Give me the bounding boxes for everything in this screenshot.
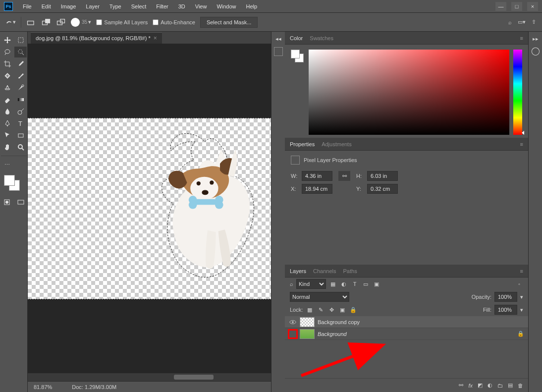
adjustments-tab[interactable]: Adjustments: [322, 141, 352, 147]
doc-size[interactable]: Doc: 1.29M/3.00M: [72, 384, 116, 390]
layer-row[interactable]: Background copy: [285, 316, 528, 328]
filter-type-icon[interactable]: T: [351, 280, 359, 288]
search-icon[interactable]: ⌕: [508, 19, 512, 25]
eyedropper-tool[interactable]: [14, 58, 27, 69]
visibility-toggle-icon[interactable]: [289, 318, 297, 326]
menu-help[interactable]: Help: [242, 1, 262, 11]
layers-panel-menu-icon[interactable]: ≡: [520, 268, 523, 274]
canvas-viewport[interactable]: [28, 44, 271, 373]
menu-file[interactable]: File: [19, 1, 36, 11]
swatches-tab[interactable]: Swatches: [310, 35, 333, 41]
menu-window[interactable]: Window: [213, 1, 240, 11]
close-tab-icon[interactable]: ×: [154, 35, 157, 42]
clone-stamp-tool[interactable]: [1, 82, 13, 93]
x-input[interactable]: [302, 184, 332, 194]
menu-edit[interactable]: Edit: [38, 1, 55, 11]
healing-brush-tool[interactable]: [1, 70, 13, 81]
link-dimensions-icon[interactable]: ⚯: [338, 171, 350, 181]
artboard-tool[interactable]: [14, 35, 27, 46]
layer-row[interactable]: Background 🔒: [285, 328, 528, 340]
foreground-color-swatch[interactable]: [4, 175, 15, 186]
filter-smart-icon[interactable]: ▣: [373, 280, 380, 288]
link-layers-icon[interactable]: ⚯: [459, 382, 463, 389]
move-tool[interactable]: [1, 35, 13, 46]
history-panel-icon[interactable]: [274, 47, 283, 56]
collapse-panels-icon[interactable]: ◂◂: [275, 36, 281, 42]
layer-name[interactable]: Background: [318, 331, 347, 337]
collapse-dock-icon[interactable]: ▸▸: [533, 36, 539, 42]
layer-thumbnail[interactable]: [300, 329, 315, 339]
panel-color-swatches[interactable]: [291, 50, 305, 133]
horizontal-scrollbar[interactable]: [28, 373, 271, 381]
menu-type[interactable]: Type: [106, 1, 125, 11]
filter-shape-icon[interactable]: ▭: [362, 280, 370, 288]
layer-style-icon[interactable]: fx: [468, 383, 473, 389]
width-input[interactable]: [302, 171, 332, 181]
paths-tab[interactable]: Paths: [343, 268, 357, 274]
canvas[interactable]: [28, 118, 271, 299]
document-tab[interactable]: dog.jpg @ 81.9% (Background copy, RGB/8#…: [31, 32, 162, 44]
y-input[interactable]: [367, 184, 398, 194]
select-and-mask-button[interactable]: Select and Mask...: [200, 17, 258, 28]
menu-layer[interactable]: Layer: [82, 1, 104, 11]
layer-thumbnail[interactable]: [300, 317, 315, 327]
lock-position-icon[interactable]: ✥: [327, 306, 335, 314]
hand-tool[interactable]: [1, 142, 13, 153]
zoom-tool[interactable]: [14, 142, 27, 153]
lasso-tool[interactable]: [1, 47, 13, 57]
edit-toolbar-icon[interactable]: ⋯: [1, 159, 13, 170]
color-field[interactable]: [309, 50, 509, 135]
close-button[interactable]: ×: [527, 2, 538, 11]
sample-all-layers-checkbox[interactable]: Sample All Layers: [96, 19, 148, 25]
history-brush-tool[interactable]: [14, 82, 27, 93]
group-layers-icon[interactable]: 🗀: [497, 383, 503, 389]
crop-tool[interactable]: [1, 58, 13, 69]
subtract-selection-icon[interactable]: [56, 17, 66, 27]
blur-tool[interactable]: [1, 106, 13, 117]
eraser-tool[interactable]: [1, 94, 13, 105]
path-selection-tool[interactable]: [1, 130, 13, 141]
properties-tab[interactable]: Properties: [290, 141, 315, 147]
maximize-button[interactable]: □: [511, 2, 522, 11]
minimize-button[interactable]: —: [495, 2, 506, 11]
adjustment-layer-icon[interactable]: ◐: [488, 382, 492, 389]
delete-layer-icon[interactable]: 🗑: [518, 383, 523, 389]
brush-size-picker[interactable]: 35▾: [71, 18, 91, 27]
lock-transparent-icon[interactable]: ▩: [306, 306, 314, 314]
libraries-icon[interactable]: ◯: [531, 46, 540, 56]
filter-adjust-icon[interactable]: ◐: [340, 280, 348, 288]
color-panel-menu-icon[interactable]: ≡: [520, 35, 523, 41]
type-tool[interactable]: T: [14, 118, 27, 129]
filter-toggle-icon[interactable]: ◦: [515, 280, 523, 288]
auto-enhance-checkbox[interactable]: Auto-Enhance: [153, 19, 195, 25]
new-layer-icon[interactable]: ▤: [508, 382, 513, 389]
layer-filter-kind[interactable]: Kind: [296, 279, 326, 289]
visibility-toggle-icon[interactable]: [289, 330, 297, 338]
tool-preset-picker[interactable]: ▾: [6, 17, 16, 27]
pen-tool[interactable]: [1, 118, 13, 129]
menu-view[interactable]: View: [191, 1, 211, 11]
color-swatches[interactable]: [1, 173, 27, 193]
color-tab[interactable]: Color: [290, 35, 303, 41]
properties-panel-menu-icon[interactable]: ≡: [520, 141, 523, 147]
lock-all-icon[interactable]: 🔒: [349, 306, 357, 314]
height-input[interactable]: [367, 171, 398, 181]
gradient-tool[interactable]: [14, 94, 27, 105]
layers-tab[interactable]: Layers: [290, 268, 306, 274]
zoom-level[interactable]: 81.87%: [34, 384, 52, 390]
workspace-switcher-icon[interactable]: ▭▾: [518, 19, 526, 25]
blend-mode-select[interactable]: Normal: [290, 292, 349, 302]
quick-mask-icon[interactable]: [1, 197, 13, 208]
lock-artboard-icon[interactable]: ▣: [338, 306, 346, 314]
dodge-tool[interactable]: [14, 106, 27, 117]
share-icon[interactable]: ⇧: [532, 19, 536, 25]
lock-image-icon[interactable]: ✎: [317, 306, 325, 314]
new-selection-icon[interactable]: [26, 17, 36, 27]
filter-pixel-icon[interactable]: ▦: [329, 280, 337, 288]
menu-filter[interactable]: Filter: [152, 1, 172, 11]
opacity-input[interactable]: [494, 292, 517, 302]
brush-tool[interactable]: [14, 70, 27, 81]
layer-name[interactable]: Background copy: [318, 319, 360, 325]
screen-mode-icon[interactable]: [15, 197, 27, 208]
menu-select[interactable]: Select: [127, 1, 151, 11]
